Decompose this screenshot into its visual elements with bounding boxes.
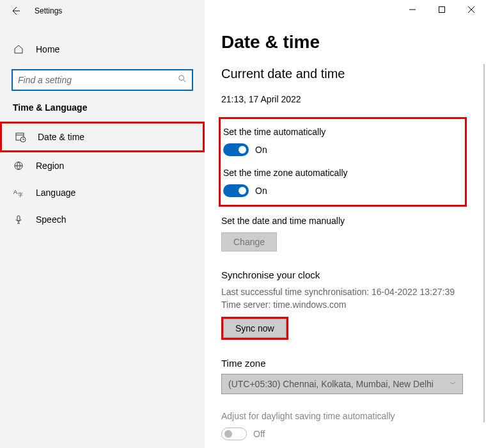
- manual-datetime-label: Set the date and time manually: [221, 216, 467, 226]
- microphone-icon: [13, 214, 24, 225]
- sidebar-category: Time & Language: [13, 102, 192, 113]
- sidebar-item-label: Date & time: [38, 132, 84, 142]
- calendar-clock-icon: [15, 131, 26, 143]
- window-title: Settings: [35, 6, 62, 15]
- timezone-heading: Time zone: [221, 358, 467, 369]
- home-icon: [13, 44, 24, 55]
- dst-section: Adjust for daylight saving time automati…: [221, 411, 467, 440]
- change-button: Change: [221, 232, 277, 252]
- sidebar-item-speech[interactable]: Speech: [0, 206, 205, 233]
- sidebar-item-label: Speech: [36, 214, 66, 225]
- time-server-text: Time server: time.windows.com: [221, 298, 467, 311]
- auto-timezone-toggle[interactable]: [223, 184, 249, 197]
- timezone-select: (UTC+05:30) Chennai, Kolkata, Mumbai, Ne…: [221, 374, 463, 394]
- close-icon: [468, 6, 474, 13]
- close-button[interactable]: [457, 0, 486, 19]
- setting-auto-time: Set the time automatically On: [223, 127, 456, 156]
- timezone-value: (UTC+05:30) Chennai, Kolkata, Mumbai, Ne…: [228, 379, 434, 389]
- search-icon: [178, 74, 187, 86]
- toggle-state-text: Off: [253, 429, 265, 439]
- sidebar-item-date-time[interactable]: Date & time: [0, 122, 205, 152]
- window-controls: [398, 0, 486, 19]
- titlebar: Settings: [0, 0, 205, 22]
- svg-rect-7: [439, 7, 445, 13]
- globe-icon: [13, 160, 24, 172]
- sync-heading: Synchronise your clock: [221, 269, 467, 280]
- last-sync-text: Last successful time synchronisation: 16…: [221, 285, 467, 298]
- setting-label: Set the time zone automatically: [223, 168, 456, 178]
- sidebar-item-label: Region: [36, 161, 64, 171]
- dst-label: Adjust for daylight saving time automati…: [221, 411, 467, 421]
- sync-info: Last successful time synchronisation: 16…: [221, 285, 467, 312]
- svg-text:A: A: [13, 189, 17, 195]
- timezone-section: Time zone (UTC+05:30) Chennai, Kolkata, …: [221, 358, 467, 394]
- setting-label: Set the time automatically: [223, 127, 456, 137]
- language-icon: A字: [13, 187, 24, 198]
- back-button[interactable]: [8, 3, 23, 19]
- auto-time-toggle[interactable]: [223, 143, 249, 156]
- toggle-state-text: On: [255, 186, 267, 196]
- dst-toggle: [221, 428, 247, 440]
- svg-rect-6: [17, 216, 20, 221]
- highlighted-sync-button: Sync now: [221, 317, 288, 340]
- current-datetime-value: 21:13, 17 April 2022: [221, 94, 467, 104]
- highlighted-auto-settings: Set the time automatically On Set the ti…: [219, 117, 467, 207]
- sidebar: Settings Home Time & Language Date & tim…: [0, 0, 205, 448]
- arrow-left-icon: [10, 6, 20, 16]
- sidebar-home[interactable]: Home: [0, 36, 205, 63]
- svg-point-0: [179, 76, 184, 81]
- chevron-down-icon: ﹀: [450, 380, 456, 388]
- setting-auto-timezone: Set the time zone automatically On: [223, 168, 456, 197]
- search-input[interactable]: [18, 75, 178, 85]
- toggle-state-text: On: [255, 145, 267, 155]
- sidebar-home-label: Home: [36, 44, 59, 54]
- minimize-button[interactable]: [398, 0, 427, 19]
- sidebar-item-label: Language: [36, 188, 75, 198]
- search-box[interactable]: [12, 69, 193, 91]
- svg-text:字: 字: [18, 192, 23, 198]
- section-current-datetime-heading: Current date and time: [221, 67, 467, 81]
- maximize-button[interactable]: [427, 0, 457, 19]
- main-content: Date & time Current date and time 21:13,…: [205, 0, 486, 448]
- page-title: Date & time: [221, 32, 467, 52]
- minimize-icon: [409, 6, 416, 13]
- sync-section: Synchronise your clock Last successful t…: [221, 269, 467, 340]
- search-container: [12, 69, 193, 91]
- sidebar-item-region[interactable]: Region: [0, 152, 205, 179]
- scrollbar[interactable]: [483, 64, 485, 422]
- maximize-icon: [439, 6, 445, 13]
- sync-now-button[interactable]: Sync now: [223, 319, 286, 338]
- sidebar-item-language[interactable]: A字 Language: [0, 179, 205, 206]
